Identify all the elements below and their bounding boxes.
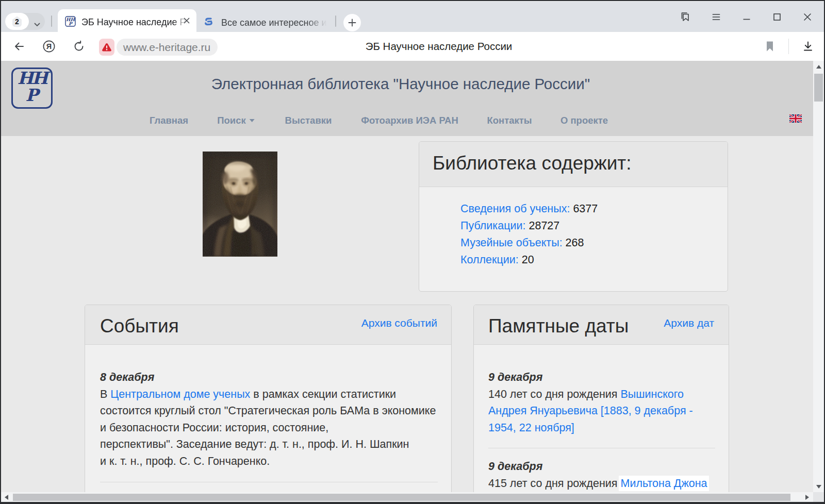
download-icon[interactable] <box>799 32 817 61</box>
back-icon[interactable] <box>10 32 28 61</box>
tab-close-icon[interactable] <box>182 16 191 25</box>
tab-counter-button[interactable]: 2 <box>5 13 45 30</box>
side-panel-icon[interactable] <box>679 10 692 24</box>
vertical-scroll-thumb[interactable] <box>814 74 823 102</box>
stats-link[interactable]: Публикации: <box>460 220 526 232</box>
stats-row: Публикации: 28727 <box>460 217 598 234</box>
scrollbar-corner <box>813 492 824 502</box>
dates-entry: 9 декабря140 лет со дня рождения Вышинск… <box>488 369 714 436</box>
nav-item-1[interactable]: Главная <box>150 116 188 126</box>
tab2-title[interactable]: Все самое интересное из <box>221 16 334 29</box>
entry-text-line: перспективы". Заседание ведут: д. т. н.,… <box>100 436 437 453</box>
entry-date-line: 9 декабря <box>488 458 714 475</box>
stats-panel-title: Библиотека содержит: <box>433 154 632 173</box>
tab-strip: 2 НН Р ЭБ Научное наследие России <box>1 1 824 32</box>
scroll-down-icon[interactable] <box>816 485 821 489</box>
stats-link[interactable]: Музейные объекты: <box>460 237 563 249</box>
dates-panel-title: Памятные даты <box>488 316 629 335</box>
scroll-up-icon[interactable] <box>816 65 821 69</box>
nav-item-2[interactable]: Поиск <box>217 116 255 126</box>
horizontal-scroll-thumb[interactable] <box>13 494 790 501</box>
nav-item-5[interactable]: Контакты <box>487 116 532 126</box>
toolbar-page-title: ЭБ Научное наследие России <box>361 32 516 61</box>
entry-text-line: и к. т. н., проф. С. С. Гончаренко. <box>100 453 437 470</box>
web-page: НН Р Электронная библиотека "Научное нас… <box>1 61 813 492</box>
stats-row: Музейные объекты: 268 <box>460 234 598 251</box>
entry-text: и безопасности России: история, состояни… <box>100 422 328 434</box>
new-tab-button[interactable] <box>343 14 361 31</box>
entry-link-highlighted[interactable]: Мильтона Джона <box>620 477 707 490</box>
entry-date-line: 9 декабря <box>488 369 714 386</box>
entry-date: 8 декабря <box>100 371 154 383</box>
main-nav: ГлавнаяПоискВыставкиФотоархив ИЭА РАНКон… <box>1 116 813 128</box>
scroll-left-icon[interactable] <box>5 495 8 500</box>
entry-text: перспективы". Заседание ведут: д. т. н.,… <box>100 438 409 450</box>
events-panel: События Архив событий 8 декабряВ Централ… <box>85 305 452 492</box>
dates-archive-link[interactable]: Архив дат <box>664 317 714 328</box>
entry-text: в рамках секции статистики <box>250 388 396 400</box>
tab-counter-shield-icon: 2 <box>11 15 23 28</box>
nav-item-6[interactable]: О проекте <box>560 116 608 126</box>
nav-item-4[interactable]: Фотоархив ИЭА РАН <box>361 116 458 126</box>
entry-date: 9 декабря <box>488 371 542 383</box>
dates-panel-header: Памятные даты Архив дат <box>474 305 729 345</box>
nav-item-3[interactable]: Выставки <box>285 116 332 126</box>
tab-active[interactable]: НН Р ЭБ Научное наследие России <box>58 9 196 32</box>
reload-icon[interactable] <box>70 32 88 61</box>
entry-text-line: 140 лет со дня рождения Вышинского <box>488 386 714 403</box>
entry-text-line: В Центральном доме ученых в рамках секци… <box>100 386 437 403</box>
scroll-right-icon[interactable] <box>805 495 809 500</box>
browser-toolbar: Я www.e-heritage.ru ЭБ Научное наследие … <box>1 32 824 61</box>
tabstrip-divider2 <box>335 15 336 27</box>
stats-panel-header: Библиотека содержит: <box>419 142 728 187</box>
address-bar[interactable]: www.e-heritage.ru <box>117 39 218 56</box>
stats-link[interactable]: Коллекции: <box>460 254 519 266</box>
stats-list: Сведения об ученых: 6377Публикации: 2872… <box>460 200 598 268</box>
stats-row: Коллекции: 20 <box>460 251 598 268</box>
entry-text: и к. т. н., проф. С. С. Гончаренко. <box>100 455 270 467</box>
tab-count: 2 <box>11 18 23 26</box>
frame-highlight <box>1 1 824 2</box>
entry-link[interactable]: Андрея Януарьевича [1883, 9 декабря - <box>488 405 693 417</box>
entry-text-line: состоится круглый стол "Стратегическая р… <box>100 402 437 419</box>
tabstrip-divider <box>51 15 52 27</box>
vertical-scrollbar[interactable] <box>813 61 824 492</box>
dzen-z-icon[interactable] <box>203 16 214 27</box>
events-archive-link[interactable]: Архив событий <box>361 317 437 328</box>
yandex-icon[interactable]: Я <box>40 32 58 61</box>
entry-date-line: 8 декабря <box>100 369 437 386</box>
entry-link[interactable]: Центральном доме ученых <box>110 388 250 400</box>
entry-link[interactable]: Вышинского <box>620 388 684 400</box>
site-title: Электронная библиотека "Научное наследие… <box>1 76 800 92</box>
events-panel-header: События Архив событий <box>85 305 451 345</box>
bookmark-flag-icon[interactable] <box>766 32 774 61</box>
entry-text-line: 415 лет со дня рождения Мильтона Джона <box>488 475 714 492</box>
stats-row: Сведения об ученых: 6377 <box>460 200 598 217</box>
events-panel-title: События <box>100 316 179 335</box>
horizontal-scrollbar[interactable] <box>1 492 813 502</box>
warning-triangle-icon[interactable] <box>99 39 114 56</box>
close-window-icon[interactable] <box>801 10 814 24</box>
entry-text: В <box>100 388 110 400</box>
entry-text: 140 лет со дня рождения <box>488 388 620 400</box>
browser-window: 2 НН Р ЭБ Научное наследие России <box>0 0 825 504</box>
entry-text: 415 лет со дня рождения <box>488 477 620 490</box>
stats-link[interactable]: Сведения об ученых: <box>460 203 570 215</box>
maximize-icon[interactable] <box>770 10 784 24</box>
minimize-icon[interactable] <box>740 10 753 24</box>
nnr-favicon-icon: НН Р <box>65 16 76 27</box>
events-body: 8 декабряВ Центральном доме ученых в рам… <box>100 369 437 469</box>
chevron-down-icon <box>34 20 40 24</box>
uk-flag-icon[interactable] <box>789 114 802 123</box>
toolbar-divider <box>788 39 789 54</box>
entry-link[interactable]: 1954, 22 ноября] <box>488 422 574 434</box>
entry-text-line: 1954, 22 ноября] <box>488 419 714 436</box>
dates-divider <box>488 448 715 448</box>
dates-panel: Памятные даты Архив дат 9 декабря140 лет… <box>473 305 729 492</box>
entry-date: 9 декабря <box>488 460 542 473</box>
menu-hamburger-icon[interactable] <box>710 10 723 24</box>
svg-text:Я: Я <box>46 42 52 51</box>
entry-text-line: Андрея Януарьевича [1883, 9 декабря - <box>488 402 714 419</box>
url-text: www.e-heritage.ru <box>123 41 210 54</box>
portrait-photo <box>203 152 277 257</box>
